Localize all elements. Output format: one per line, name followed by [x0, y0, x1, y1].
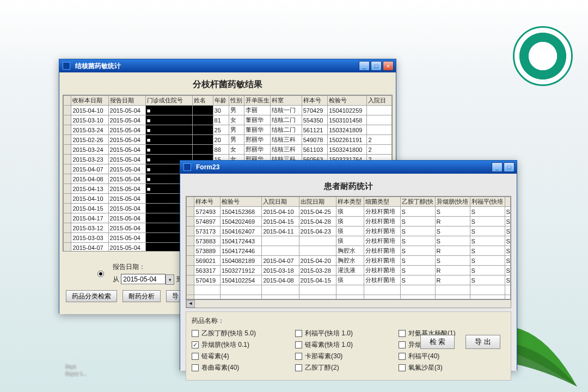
- grid-2[interactable]: 样本号检验号入院日期出院日期样本类型细菌类型乙胺丁醇(快异烟肼(快培利福平(快培…: [186, 196, 511, 299]
- table-row[interactable]: 56902115040821892015-04-072015-04-20胸腔水分…: [187, 256, 511, 266]
- maximize-button[interactable]: □: [371, 61, 382, 71]
- close-button[interactable]: ×: [383, 61, 394, 71]
- from-date-input[interactable]: [121, 274, 166, 284]
- drug-classify-button[interactable]: 药品分类检索: [66, 290, 117, 302]
- desktop-icons: tlsyz tlsyzz t...: [65, 364, 87, 378]
- minimize-button[interactable]: _: [492, 162, 503, 172]
- horizontal-scrollbar[interactable]: ◄: [186, 299, 511, 308]
- table-row[interactable]: 2015-03-242015-05-04■25男董丽华结核二门561121150…: [64, 125, 392, 135]
- titlebar-1[interactable]: 结核菌药敏统计 _ □ ×: [59, 59, 396, 72]
- window-form23: Form23 _ □ 患者耐药统计 样本号检验号入院日期出院日期样本类型细菌类型…: [180, 160, 517, 370]
- drug-checkbox[interactable]: 氧氟沙星(3): [399, 363, 480, 372]
- table-row[interactable]: 56331715032719122015-03-182015-03-28灌洗液分…: [187, 266, 511, 275]
- export-button[interactable]: 导 出: [465, 335, 500, 349]
- drug-checkbox[interactable]: 异烟肼(快培 0.1): [192, 340, 273, 350]
- window-title-1: 结核菌药敏统计: [75, 62, 121, 71]
- drug-checkbox[interactable]: 链霉素(快培 1.0): [295, 340, 377, 350]
- window-title-2: Form23: [196, 163, 219, 171]
- drug-checkbox[interactable]: 利福平(40): [399, 352, 480, 361]
- table-row[interactable]: 5738831504172443痰分枝杆菌培SSSS: [187, 236, 511, 246]
- hospital-logo: [513, 26, 573, 86]
- app-icon: [183, 163, 191, 171]
- heading-2: 患者耐药统计: [186, 181, 511, 192]
- table-row[interactable]: 2015-03-242015-05-04■88女邢丽华结核三科561103150…: [64, 145, 392, 155]
- drug-checkbox[interactable]: 利福平(快培 1.0): [295, 329, 377, 338]
- minimize-button[interactable]: _: [359, 61, 370, 71]
- table-row[interactable]: 57317315041624072015-04-112015-04-23痰分枝杆…: [187, 226, 511, 236]
- table-row[interactable]: 2015-02-262015-05-04■20男邢丽华结核三科549078150…: [64, 135, 392, 145]
- drug-checkbox[interactable]: 链霉素(4): [192, 352, 273, 361]
- drug-checkbox[interactable]: 卡那霉素(30): [295, 352, 377, 361]
- drug-checkbox[interactable]: 乙胺丁醇(2): [295, 363, 377, 372]
- table-row[interactable]: 2015-04-102015-05-04■30男李丽结核一门5704291504…: [64, 106, 392, 115]
- maximize-button[interactable]: □: [504, 162, 514, 172]
- drugs-label: 药品名称：: [192, 316, 505, 326]
- from-date-drop[interactable]: ▾: [166, 274, 174, 285]
- table-row[interactable]: 2015-03-102015-05-04■81女董丽华结核二门554350150…: [64, 115, 392, 125]
- titlebar-2[interactable]: Form23 _ □: [180, 161, 517, 174]
- table-row[interactable]: 5738891504172446胸腔水分枝杆菌培SRSS: [187, 246, 511, 256]
- table-row[interactable]: 57041915041022542015-04-082015-04-15痰分枝杆…: [187, 275, 511, 285]
- drug-checkbox[interactable]: 乙胺丁醇(快培 5.0): [192, 329, 273, 338]
- app-icon: [63, 62, 70, 70]
- search-button[interactable]: 检 索: [420, 335, 455, 349]
- resistance-analysis-button[interactable]: 耐药分析: [122, 290, 161, 302]
- table-row[interactable]: 57489715042024692015-04-152015-04-28痰分枝杆…: [187, 217, 511, 226]
- drug-checkbox[interactable]: 卷曲霉素(40): [192, 363, 273, 372]
- table-row[interactable]: 57249315041523682015-04-102015-04-25痰分枝杆…: [187, 207, 511, 217]
- from-label: 从: [113, 275, 119, 283]
- radio-report-date[interactable]: [97, 271, 104, 277]
- heading-1: 分枝杆菌药敏结果: [63, 79, 393, 90]
- scroll-left-icon[interactable]: ◄: [186, 300, 195, 308]
